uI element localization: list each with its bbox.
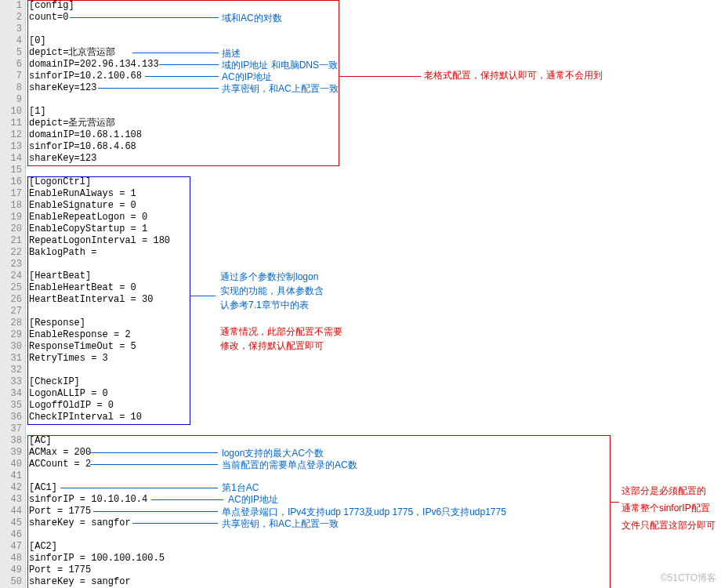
code-line: CheckIPInterval = 10 [29, 412, 721, 423]
code-line: [AC] [29, 435, 721, 447]
ann-account: 当前配置的需要单点登录的AC数 [222, 459, 357, 472]
line-number: 48 [3, 553, 22, 564]
code-line [29, 94, 721, 106]
line-number: 13 [3, 141, 22, 153]
line-number: 6 [3, 59, 22, 71]
code-line [29, 365, 721, 376]
code-line: [LogonCtrl] [29, 176, 721, 188]
line-number: 47 [3, 541, 22, 553]
code-line: HeartBeatInterval = 30 [29, 294, 721, 306]
line-number: 21 [3, 235, 22, 247]
line-number: 22 [3, 247, 22, 259]
code-line [29, 259, 721, 270]
line-number: 19 [3, 212, 22, 223]
code-line: LogonALLIP = 0 [29, 388, 721, 400]
ann-r2b: 通常整个sinforIP配置 [621, 502, 710, 515]
code-editor: 1234567891011121314151617181920212223242… [0, 0, 721, 588]
line-number: 50 [3, 576, 22, 588]
code-line: depict=圣元营运部 [29, 118, 721, 129]
line-number: 36 [3, 412, 22, 423]
line-number: 5 [3, 47, 22, 59]
line-number: 37 [3, 423, 22, 435]
code-line: EnableRunAlways = 1 [29, 188, 721, 200]
line-number: 35 [3, 400, 22, 412]
ann-r2c: 文件只配置这部分即可 [621, 519, 716, 532]
line-number: 3 [3, 24, 22, 35]
code-line: ResponseTimeOut = 5 [29, 341, 721, 353]
code-line [29, 470, 721, 482]
code-line [29, 165, 721, 176]
code-line [29, 306, 721, 318]
line-number: 12 [3, 129, 22, 141]
line-number: 1 [3, 0, 22, 12]
line-number: 11 [3, 118, 22, 129]
conn-r2 [610, 502, 619, 503]
ann-sharekey: 共享密钥，和AC上配置一致 [222, 82, 339, 96]
line-number: 18 [3, 200, 22, 212]
line-number: 8 [3, 82, 22, 94]
line-number: 45 [3, 517, 22, 529]
line-number: 27 [3, 306, 22, 318]
line-number: 46 [3, 529, 22, 541]
conn-count [70, 17, 219, 18]
line-number: 43 [3, 494, 22, 506]
line-number: 30 [3, 341, 22, 353]
conn-sinforip [145, 76, 219, 77]
conn-r1 [339, 76, 421, 77]
code-line: EnableSignature = 0 [29, 200, 721, 212]
line-number: 31 [3, 353, 22, 365]
code-line: [CheckIP] [29, 376, 721, 388]
ann-rb2: 修改，保持默认配置即可 [220, 339, 324, 353]
code-line: domainIP=202.96.134.133 [29, 59, 721, 71]
ann-r2a: 这部分是必须配置的 [621, 485, 706, 498]
code-line [29, 423, 721, 435]
conn-sharekey [98, 88, 219, 89]
code-line: shareKey = sangfor [29, 576, 721, 588]
code-line: sinforIP=10.68.4.68 [29, 141, 721, 153]
ann-b1: 通过多个参数控制logon [220, 270, 318, 284]
code-line: [0] [29, 35, 721, 47]
conn-ac-sinforip [151, 499, 223, 500]
line-number: 14 [3, 153, 22, 165]
code-line: [AC2] [29, 541, 721, 553]
line-number: 9 [3, 94, 22, 106]
line-number: 44 [3, 506, 22, 517]
code-line: EnableHeartBeat = 0 [29, 282, 721, 294]
code-line: LogoffOldIP = 0 [29, 400, 721, 412]
ann-b3: 认参考7.1章节中的表 [220, 299, 309, 312]
conn-depict [132, 53, 219, 53]
line-number: 29 [3, 329, 22, 341]
line-number: 39 [3, 447, 22, 459]
code-line: sinforIP = 10.10.10.4 [29, 494, 721, 506]
ann-rb1: 通常情况，此部分配置不需要 [220, 325, 342, 339]
ann-count: 域和AC的对数 [222, 12, 282, 25]
line-number: 7 [3, 71, 22, 82]
line-number: 49 [3, 564, 22, 576]
code-line: domainIP=10.68.1.108 [29, 129, 721, 141]
conn-ac-port [93, 511, 218, 512]
code-area: [config]count=0[0]depict=北京营运部domainIP=2… [26, 0, 721, 588]
ann-ac-sinforip: AC的IP地址 [228, 493, 278, 506]
line-number: 20 [3, 223, 22, 235]
line-number: 24 [3, 270, 22, 282]
line-number: 26 [3, 294, 22, 306]
line-number: 17 [3, 188, 22, 200]
code-line: [1] [29, 106, 721, 118]
line-number: 40 [3, 459, 22, 470]
code-line: [Response] [29, 318, 721, 329]
ann-r1: 老格式配置，保持默认即可，通常不会用到 [424, 69, 603, 82]
line-gutter: 1234567891011121314151617181920212223242… [0, 0, 26, 588]
code-line: [HeartBeat] [29, 270, 721, 282]
code-line: BaklogPath = [29, 247, 721, 259]
conn-logon [190, 296, 216, 296]
line-number: 32 [3, 365, 22, 376]
conn-domainip [159, 64, 219, 65]
code-line: sinforIP = 100.100.100.5 [29, 553, 721, 564]
conn-ac-sharekey [132, 523, 218, 524]
code-line: EnableCopyStartup = 1 [29, 223, 721, 235]
ann-ac-sharekey: 共享密钥，和AC上配置一致 [222, 517, 339, 531]
conn-account [90, 464, 218, 465]
code-line: RepeatLogonInterval = 180 [29, 235, 721, 247]
code-line: Port = 1775 [29, 564, 721, 576]
line-number: 16 [3, 176, 22, 188]
